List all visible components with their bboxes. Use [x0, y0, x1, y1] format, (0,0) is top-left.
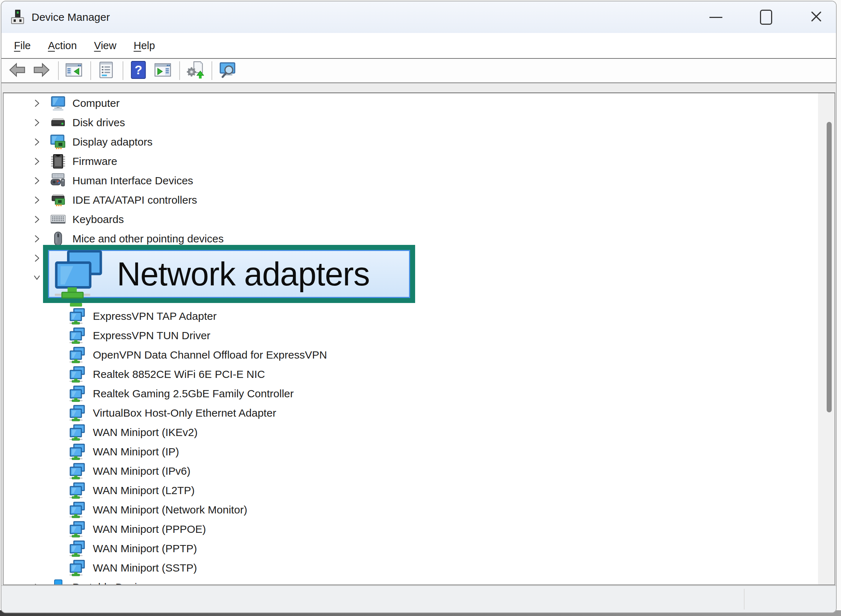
network-adapter-icon	[69, 405, 86, 422]
toolbar-show-console-tree-button[interactable]	[64, 61, 83, 80]
forward-icon	[33, 61, 51, 80]
tree-item-label: IDE ATA/ATAPI controllers	[72, 194, 197, 206]
tree-item-human-interface-devices[interactable]: Human Interface Devices	[4, 171, 818, 191]
toolbar-scan-for-hardware-changes-button[interactable]	[186, 61, 204, 80]
chevron-right-icon[interactable]	[32, 582, 42, 585]
toolbar-separator	[58, 61, 59, 80]
chevron-right-icon[interactable]	[32, 117, 42, 128]
toolbar-help-button[interactable]: ?	[129, 61, 148, 80]
chevron-right-icon[interactable]	[32, 253, 42, 264]
disk-drive-icon	[50, 114, 66, 131]
menu-help[interactable]: Help	[134, 40, 155, 51]
tree-item-wan-miniport-network-monitor[interactable]: WAN Miniport (Network Monitor)	[4, 500, 818, 519]
tree-item-openvpn-data-channel-offload-for-expressvpn[interactable]: OpenVPN Data Channel Offload for Express…	[4, 345, 818, 365]
network-adapter-icon	[69, 501, 86, 518]
tree-item-keyboards[interactable]: Keyboards	[4, 210, 818, 229]
tree-item-wan-miniport-pppoe[interactable]: WAN Miniport (PPPOE)	[4, 519, 818, 539]
tree-item-wan-miniport-l2tp[interactable]: WAN Miniport (L2TP)	[4, 481, 818, 500]
tree-item-realtek-gaming-2-5gbe-family-controller[interactable]: Realtek Gaming 2.5GbE Family Controller	[4, 384, 818, 403]
tree-item-label: Keyboards	[72, 213, 124, 226]
tree-item-label: Realtek 8852CE WiFi 6E PCI-E NIC	[93, 368, 265, 380]
highlight-overlay-network-adapters[interactable]: Network adapters	[43, 245, 415, 303]
tree-item-label: WAN Miniport (PPPOE)	[93, 523, 206, 535]
tree-item-display-adaptors[interactable]: Display adaptors	[4, 132, 818, 152]
minimize-button[interactable]	[704, 5, 728, 29]
network-adapter-icon	[69, 540, 86, 557]
network-adapter-icon	[69, 462, 86, 480]
window-controls	[704, 5, 828, 29]
chevron-down-icon[interactable]	[32, 272, 42, 283]
toolbar-show-action-pane-button[interactable]	[154, 61, 172, 80]
tree-item-wan-miniport-ip[interactable]: WAN Miniport (IP)	[4, 442, 818, 462]
chevron-right-icon[interactable]	[32, 175, 42, 186]
maximize-icon	[760, 10, 772, 25]
toolbar-forward-button[interactable]	[32, 61, 51, 80]
menu-action[interactable]: Action	[48, 40, 77, 51]
tree-item-label: Computer	[72, 97, 120, 109]
close-button[interactable]	[804, 5, 828, 29]
tree-item-expressvpn-tap-adapter[interactable]: ExpressVPN TAP Adapter	[4, 307, 818, 326]
tree-item-expressvpn-tun-driver[interactable]: ExpressVPN TUN Driver	[4, 326, 818, 345]
network-adapter-icon	[69, 424, 86, 441]
chevron-right-icon[interactable]	[32, 195, 42, 205]
tree-item-label: WAN Miniport (IPv6)	[93, 465, 190, 477]
back-icon	[8, 61, 26, 80]
chevron-right-icon[interactable]	[32, 136, 42, 147]
tree-item-label: Disk drives	[72, 117, 125, 129]
minimize-icon	[709, 17, 722, 18]
toolbar-back-button[interactable]	[8, 61, 26, 80]
portable-device-icon	[50, 579, 66, 585]
tree-item-portable-devices[interactable]: Portable Devices	[4, 578, 818, 585]
toolbar-separator	[90, 61, 91, 80]
toolbar-properties-button[interactable]	[97, 61, 116, 80]
network-adapter-icon	[69, 559, 86, 576]
show-console-tree-icon	[65, 61, 83, 80]
toolbar-separator	[179, 61, 180, 80]
title-bar[interactable]: Device Manager	[1, 1, 836, 33]
maximize-button[interactable]	[754, 5, 778, 29]
network-adapter-icon	[69, 366, 86, 383]
network-adapters-icon	[52, 249, 106, 299]
firmware-icon	[50, 153, 66, 170]
highlight-overlay-label: Network adapters	[117, 255, 369, 293]
properties-icon	[97, 61, 115, 80]
status-bar	[1, 585, 836, 612]
toolbar-search-computer-button[interactable]	[218, 61, 237, 80]
tree-item-label: WAN Miniport (PPTP)	[93, 543, 197, 555]
tree-item-disk-drives[interactable]: Disk drives	[4, 113, 818, 132]
keyboard-icon	[50, 211, 66, 228]
chevron-right-icon[interactable]	[32, 98, 42, 109]
network-adapter-icon	[69, 443, 86, 461]
tree-item-ide-ata-atapi-controllers[interactable]: IDE ATA/ATAPI controllers	[4, 191, 818, 210]
tree-item-wan-miniport-pptp[interactable]: WAN Miniport (PPTP)	[4, 539, 818, 558]
device-tree: ComputerDisk drivesDisplay adaptorsFirmw…	[4, 94, 818, 585]
tree-item-realtek-8852ce-wifi-6e-pci-e-nic[interactable]: Realtek 8852CE WiFi 6E PCI-E NIC	[4, 365, 818, 384]
tree-item-wan-miniport-ipv6[interactable]: WAN Miniport (IPv6)	[4, 462, 818, 481]
network-adapter-icon-peek	[70, 303, 82, 307]
tree-item-wan-miniport-sstp[interactable]: WAN Miniport (SSTP)	[4, 558, 818, 578]
chevron-right-icon[interactable]	[32, 214, 42, 225]
tree-item-label: ExpressVPN TUN Driver	[93, 330, 210, 342]
tree-item-firmware[interactable]: Firmware	[4, 152, 818, 171]
network-adapter-icon	[69, 327, 86, 344]
chevron-right-icon[interactable]	[32, 233, 42, 244]
tree-item-label: Realtek Gaming 2.5GbE Family Controller	[93, 387, 294, 400]
status-bar-separator	[744, 589, 744, 610]
scrollbar-track[interactable]	[818, 93, 835, 584]
scan-for-hardware-changes-icon	[186, 61, 204, 80]
scrollbar-thumb[interactable]	[827, 122, 832, 412]
chevron-right-icon[interactable]	[32, 156, 42, 167]
menu-view[interactable]: View	[94, 40, 116, 51]
tree-item-label: Human Interface Devices	[72, 175, 193, 187]
tree-item-computer[interactable]: Computer	[4, 94, 818, 113]
tree-item-label: OpenVPN Data Channel Offload for Express…	[93, 349, 327, 361]
tree-item-label: Firmware	[72, 155, 117, 167]
tree-item-label: WAN Miniport (L2TP)	[93, 484, 195, 497]
tree-item-virtualbox-host-only-ethernet-adapter[interactable]: VirtualBox Host-Only Ethernet Adapter	[4, 403, 818, 423]
tree-item-label: WAN Miniport (IKEv2)	[93, 426, 198, 439]
network-adapter-icon	[69, 308, 86, 325]
window-title: Device Manager	[32, 11, 110, 23]
tree-item-wan-miniport-ikev2[interactable]: WAN Miniport (IKEv2)	[4, 423, 818, 442]
device-manager-icon	[9, 9, 26, 25]
menu-file[interactable]: File	[14, 40, 31, 51]
